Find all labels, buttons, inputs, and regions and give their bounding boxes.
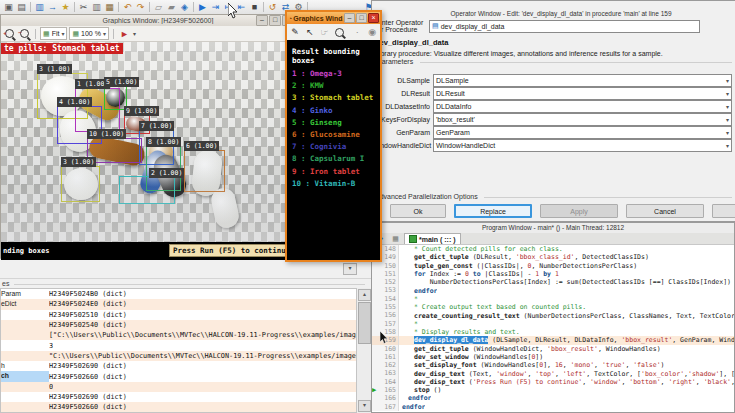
code-line[interactable]: 157*: [372, 320, 734, 328]
code-line[interactable]: 163dev_disp_text (Text, 'window', 'top',…: [372, 369, 734, 377]
code-line[interactable]: 153endfor: [372, 286, 734, 294]
pill-image-canvas[interactable]: te pills: Stomach tablet 3 (1.00)1 (1.00…: [1, 42, 298, 242]
step-out-icon[interactable]: ⇤: [236, 1, 248, 13]
code-line[interactable]: 152 NumberDetectionsPerClass[Index] := s…: [372, 278, 734, 286]
legend-canvas[interactable]: Result bounding boxes 1 : Omega-32 : KMW…: [287, 40, 380, 260]
line-number[interactable]: 167: [372, 403, 399, 411]
variable-row[interactable]: H2349F502540 (dict): [1, 320, 357, 330]
save-icon[interactable]: ▣: [3, 1, 15, 13]
variable-row[interactable]: hH2349F502690 (dict): [1, 361, 357, 371]
variable-row[interactable]: "C:\\Users\\Public\\Documents\\MVTec\\HA…: [1, 351, 357, 361]
new-program-icon[interactable]: ▱: [153, 1, 165, 13]
line-number[interactable]: 160: [372, 345, 399, 353]
dot-menu-icon[interactable]: ·: [352, 26, 363, 38]
compile-icon[interactable]: ◈: [179, 1, 191, 13]
minimize-button[interactable]: –: [344, 13, 355, 23]
step-over-icon[interactable]: ↦: [223, 1, 235, 13]
line-number[interactable]: 150: [372, 262, 399, 270]
line-number[interactable]: 153: [372, 286, 399, 294]
parameter-combo-keysfordisplay[interactable]: 'bbox_result'▾: [433, 113, 732, 126]
variable-row[interactable]: ["C:\\Users\\Public\\Documents\\MVTec\\H…: [1, 330, 357, 340]
stop-icon[interactable]: ■: [249, 1, 261, 13]
code-line[interactable]: 165▶stop (): [372, 386, 734, 394]
line-number[interactable]: 151: [372, 270, 399, 278]
program-window-title[interactable]: Program Window - main* () - Main Thread:…: [372, 223, 734, 233]
print-icon[interactable]: ▤: [16, 1, 28, 13]
line-number[interactable]: 155: [372, 303, 399, 311]
close-button[interactable]: ×: [368, 13, 379, 23]
parameter-combo-dlresult[interactable]: DLResult▾: [433, 87, 732, 100]
pointer-tool-icon[interactable]: ►: [118, 28, 130, 40]
replace-button[interactable]: Replace: [454, 204, 532, 218]
code-line[interactable]: 167endfor: [372, 403, 734, 411]
variable-row[interactable]: ParamH2349F5024B0 (dict): [1, 289, 357, 299]
code-line[interactable]: 162set_display_font (WindowHandles[0], 1…: [372, 361, 734, 369]
code-line[interactable]: 149get_dict_tuple (DLResult, 'bbox_class…: [372, 253, 734, 261]
variable-row[interactable]: H2349F502690 (dict): [1, 392, 357, 402]
open-file-icon[interactable]: ▥: [34, 1, 46, 13]
code-line[interactable]: 156create_counting_result_text (NumberDe…: [372, 311, 734, 319]
variable-row[interactable]: H2349F502660 (dict): [1, 402, 357, 412]
cut-icon[interactable]: ✂: [78, 1, 90, 13]
advanced-options-label[interactable]: Advanced Parallelization Options: [375, 193, 478, 200]
operator-search-input[interactable]: ▤ dev_display_dl_data: [429, 20, 700, 33]
ok-button[interactable]: Ok: [390, 204, 446, 218]
line-number[interactable]: 166: [372, 394, 399, 402]
line-number[interactable]: 165▶: [372, 386, 399, 394]
line-number[interactable]: 162: [372, 361, 399, 369]
code-line[interactable]: 155* Create output text based on counted…: [372, 303, 734, 311]
line-number[interactable]: 164: [372, 378, 399, 386]
line-number[interactable]: 156: [372, 311, 399, 319]
maximize-button[interactable]: □: [356, 13, 367, 23]
code-line[interactable]: 148* Count detected pills for each class…: [372, 245, 734, 253]
chevron-down-icon[interactable]: ▾: [343, 263, 357, 275]
code-line[interactable]: 150tuple_gen_const (|ClassIDs|, 0, Numbe…: [372, 262, 734, 270]
code-line[interactable]: 151for Index := 0 to |ClassIDs| - 1 by 1: [372, 270, 734, 278]
help-button[interactable]: Help: [712, 204, 735, 218]
line-number[interactable]: 161: [372, 353, 399, 361]
line-number[interactable]: 157: [372, 320, 399, 328]
scroll-down-icon[interactable]: ▾: [358, 400, 371, 412]
line-number[interactable]: 154: [372, 295, 399, 303]
zoom-out-icon[interactable]: −: [19, 28, 31, 40]
undo-icon[interactable]: ↶: [122, 1, 134, 13]
marker-pen-icon[interactable]: ✎: [290, 26, 301, 38]
maximize-button[interactable]: □: [269, 15, 281, 26]
variable-row[interactable]: 0: [1, 382, 357, 392]
code-line[interactable]: 160get_dict_tuple (WindowHandleDict, 'bb…: [372, 345, 734, 353]
line-number[interactable]: 159: [372, 336, 399, 344]
code-line[interactable]: 164dev_disp_text ('Press Run (F5) to con…: [372, 378, 734, 386]
tab-main[interactable]: *main ( ::: ): [404, 233, 461, 244]
variables-scrollbar[interactable]: ▴ ▾: [356, 288, 371, 413]
cancel-button[interactable]: Cancel: [626, 204, 704, 218]
operator-window-titlebar[interactable]: Operator Window - Edit: 'dev_display_dl_…: [372, 1, 735, 19]
graphics-window-titlebar[interactable]: Graphics Window: [H2349F502600] – □ ×: [1, 15, 296, 26]
variable-row[interactable]: chH2349F502660 (dict): [1, 371, 357, 381]
line-number[interactable]: 158: [372, 328, 399, 336]
magnifier-icon[interactable]: [334, 26, 345, 38]
export-icon[interactable]: →: [47, 1, 59, 13]
cursor-select-icon[interactable]: ↖: [304, 26, 315, 38]
code-line[interactable]: 158* Display results and text.: [372, 328, 734, 336]
code-editor[interactable]: 148* Count detected pills for each class…: [372, 245, 734, 412]
code-line[interactable]: 154*: [372, 295, 734, 303]
parameter-combo-windowhandledict[interactable]: WindowHandleDict▾: [433, 139, 732, 152]
options-icon[interactable]: ◉: [367, 26, 378, 38]
favorites-icon[interactable]: ★: [60, 1, 72, 13]
parameter-combo-dlsample[interactable]: DLSample▾: [433, 74, 732, 87]
variable-row[interactable]: H2349F502510 (dict): [1, 310, 357, 320]
reset-icon[interactable]: ↺: [267, 1, 279, 13]
redo-icon[interactable]: ↷: [135, 1, 147, 13]
parameter-combo-dldatasetinfo[interactable]: DLDataInfo▾: [433, 100, 732, 113]
run-icon[interactable]: ▶: [197, 1, 209, 13]
hand-pan-icon[interactable]: ☞: [319, 26, 330, 38]
code-line[interactable]: 159dev_display_dl_data (DLSample, DLResu…: [372, 336, 734, 344]
zoom-level-select[interactable]: ▦ 100 % ▾: [69, 27, 109, 40]
step-into-icon[interactable]: ⇥: [210, 1, 222, 13]
duplicate-icon[interactable]: ▰: [166, 1, 178, 13]
code-line[interactable]: 166endfor: [372, 394, 734, 402]
variable-row[interactable]: 3: [1, 340, 357, 350]
minimize-button[interactable]: –: [256, 15, 268, 26]
line-number[interactable]: 163: [372, 369, 399, 377]
parameter-combo-genparam[interactable]: GenParam▾: [433, 126, 732, 139]
